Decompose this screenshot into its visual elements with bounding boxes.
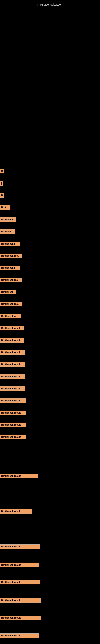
bottleneck-bar-25: Bottleneck result bbox=[0, 509, 32, 514]
bottleneck-bar-17: Bottleneck result bbox=[0, 362, 25, 367]
bottleneck-bar-15: Bottleneck result bbox=[0, 338, 24, 342]
bottleneck-bar-22: Bottleneck result bbox=[0, 422, 26, 427]
bottleneck-bar-5: Bottleneck bbox=[0, 217, 16, 222]
bottleneck-bar-18: Bottleneck result bbox=[0, 374, 25, 379]
bottleneck-bar-31: Bottleneck result bbox=[0, 633, 39, 638]
bottleneck-bar-2: | bbox=[0, 181, 3, 186]
bottleneck-bar-6: Bottlene bbox=[0, 230, 15, 234]
bottleneck-bar-20: Bottleneck result bbox=[0, 398, 26, 403]
bottleneck-bar-1: B bbox=[0, 169, 3, 174]
bottleneck-bar-27: Bottleneck result bbox=[0, 563, 39, 567]
bottleneck-bar-24: Bottleneck result bbox=[0, 474, 38, 478]
bottleneck-bar-8: Bottleneck resu bbox=[0, 254, 22, 258]
bottleneck-bar-26: Bottleneck result bbox=[0, 544, 40, 549]
bottleneck-bar-12: Bottleneck resu bbox=[0, 302, 22, 306]
bottleneck-bar-30: Bottleneck result bbox=[0, 616, 41, 620]
bottleneck-bar-11: Bottleneck bbox=[0, 290, 16, 294]
bottleneck-bar-14: Bottleneck result bbox=[0, 326, 24, 330]
bottleneck-bar-3: B bbox=[0, 193, 3, 198]
bottleneck-bar-28: Bottleneck result bbox=[0, 580, 40, 584]
bottleneck-bar-19: Bottleneck result bbox=[0, 386, 25, 391]
bottleneck-bar-4: Bott bbox=[0, 205, 10, 210]
bottleneck-bar-16: Bottleneck result bbox=[0, 350, 25, 354]
bottleneck-bar-9: Bottleneck r bbox=[0, 266, 20, 270]
site-title: TheBottlenecker.com bbox=[0, 1, 100, 8]
bottleneck-bar-29: Bottleneck result bbox=[0, 598, 41, 602]
bottleneck-bar-10: Bottleneck res bbox=[0, 278, 22, 282]
bottleneck-bar-7: Bottleneck r bbox=[0, 242, 20, 246]
bottleneck-bar-23: Bottleneck result bbox=[0, 435, 26, 439]
bottleneck-bar-13: Bottleneck re bbox=[0, 314, 21, 318]
bottleneck-bar-21: Bottleneck result bbox=[0, 410, 26, 415]
